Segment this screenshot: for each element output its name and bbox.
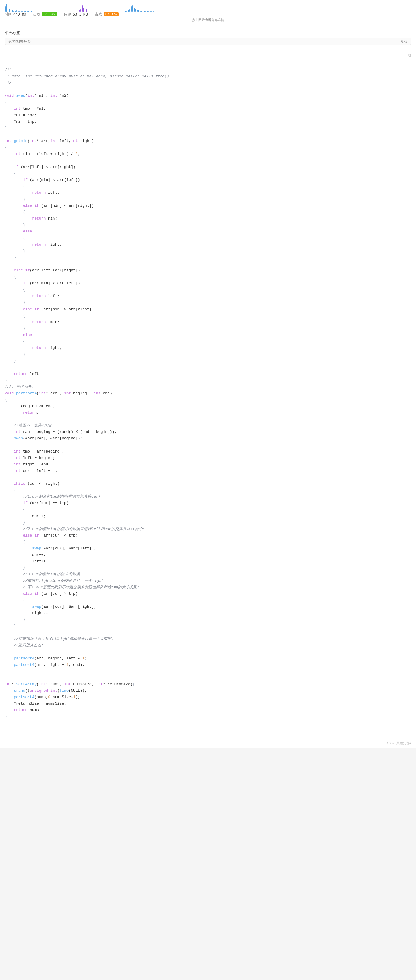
memory-value: 53.3 MB bbox=[73, 12, 88, 16]
tags-count: 0/5 bbox=[401, 40, 408, 44]
footer-credit: CSDN 荣耀兄贵# bbox=[0, 739, 416, 748]
code-header: ⧉ bbox=[0, 51, 416, 59]
beat2-stat: 击败 67.32% bbox=[95, 12, 119, 17]
chart-group-middle bbox=[79, 5, 88, 12]
beat2-label: 击败 bbox=[95, 12, 102, 17]
stats-row: 时间 440 ms 击败 68.67% 内存 53.3 MB 击败 67.32% bbox=[5, 12, 411, 17]
stats-section: 时间 440 ms 击败 68.67% 内存 53.3 MB 击败 67.32%… bbox=[0, 0, 416, 27]
beat1-badge: 68.67% bbox=[42, 12, 57, 16]
beat2-badge: 67.32% bbox=[104, 12, 119, 16]
code-section: ⧉ /** * Note: The returned array must be… bbox=[0, 51, 416, 739]
time-stat: 时间 440 ms bbox=[5, 12, 26, 17]
memory-label: 内存 bbox=[64, 12, 71, 17]
page-container: 时间 440 ms 击败 68.67% 内存 53.3 MB 击败 67.32%… bbox=[0, 0, 416, 748]
beat1-label: 击败 bbox=[33, 12, 40, 17]
tags-title: 相关标签 bbox=[5, 30, 411, 35]
time-label: 时间 bbox=[5, 12, 12, 17]
multi-chart bbox=[5, 3, 411, 12]
tags-section: 相关标签 0/5 bbox=[0, 27, 416, 48]
time-value: 440 ms bbox=[13, 12, 26, 16]
chart-group-left bbox=[5, 3, 32, 12]
code-block: /** * Note: The returned array must be m… bbox=[0, 59, 416, 739]
beat1-stat: 击败 68.67% bbox=[33, 12, 57, 17]
copy-icon[interactable]: ⧉ bbox=[408, 53, 411, 58]
tags-input[interactable] bbox=[8, 39, 401, 44]
chart-group-right bbox=[124, 5, 154, 12]
chart-link[interactable]: 点击图片查看分布详情 bbox=[5, 17, 411, 24]
tags-input-row[interactable]: 0/5 bbox=[5, 38, 411, 45]
memory-stat: 内存 53.3 MB bbox=[64, 12, 88, 17]
